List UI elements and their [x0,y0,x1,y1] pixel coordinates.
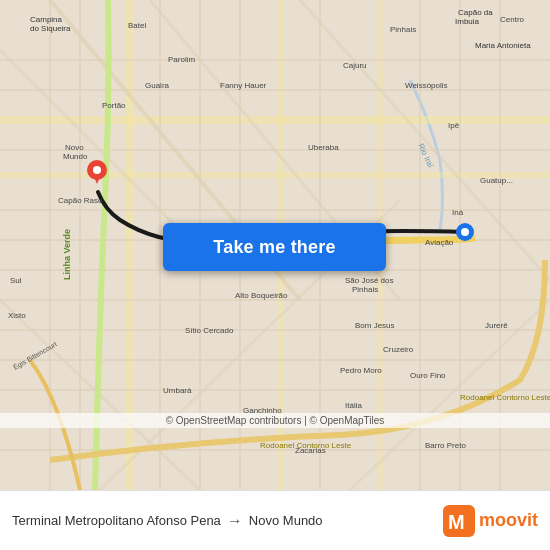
svg-text:Cajuru: Cajuru [343,61,367,70]
svg-text:do Siqueira: do Siqueira [30,24,71,33]
svg-text:Pinhais: Pinhais [390,25,416,34]
svg-text:Imbuia: Imbuia [455,17,480,26]
svg-text:Uberaba: Uberaba [308,143,339,152]
svg-text:Cruzeiro: Cruzeiro [383,345,414,354]
svg-text:Barro Preto: Barro Preto [425,441,466,450]
svg-text:Batel: Batel [128,21,146,30]
svg-text:Iná: Iná [452,208,464,217]
svg-text:São José dos: São José dos [345,276,393,285]
svg-text:Weissópolis: Weissópolis [405,81,448,90]
svg-text:Bom Jesus: Bom Jesus [355,321,395,330]
svg-text:Maria Antonieta: Maria Antonieta [475,41,531,50]
route-info: Terminal Metropolitano Afonso Pena → Nov… [12,512,443,530]
svg-text:Novo: Novo [65,143,84,152]
svg-text:Jurerê: Jurerê [485,321,508,330]
svg-text:Pedro Moro: Pedro Moro [340,366,382,375]
svg-text:Capão Raso: Capão Raso [58,196,103,205]
moovit-text: moovit [479,510,538,531]
svg-point-82 [461,228,469,236]
svg-text:Pinhais: Pinhais [352,285,378,294]
arrow-icon: → [227,512,243,530]
from-label: Terminal Metropolitano Afonso Pena [12,513,221,528]
svg-text:Umbará: Umbará [163,386,192,395]
svg-text:Rodoanel Contorno Leste: Rodoanel Contorno Leste [460,393,550,402]
svg-text:Guatup...: Guatup... [480,176,513,185]
svg-text:Parolim: Parolim [168,55,195,64]
svg-text:Gualra: Gualra [145,81,170,90]
svg-text:Sítio Cercado: Sítio Cercado [185,326,234,335]
svg-text:Linha Verde: Linha Verde [62,229,72,280]
svg-point-80 [93,166,101,174]
svg-text:Xisto: Xisto [8,311,26,320]
svg-text:Fanny Hauer: Fanny Hauer [220,81,267,90]
map-container: Linha Verde Rodoanel Contorno Leste Rodo… [0,0,550,490]
to-label: Novo Mundo [249,513,323,528]
svg-text:Itália: Itália [345,401,362,410]
svg-text:Alto Boqueirão: Alto Boqueirão [235,291,288,300]
svg-text:Centro: Centro [500,15,525,24]
take-me-there-button[interactable]: Take me there [163,223,386,271]
svg-text:Ouro Fino: Ouro Fino [410,371,446,380]
svg-text:Aviação: Aviação [425,238,454,247]
svg-text:Campina: Campina [30,15,63,24]
svg-text:Portão: Portão [102,101,126,110]
moovit-logo: M moovit [443,505,538,537]
svg-text:Sul: Sul [10,276,22,285]
svg-text:Mundo: Mundo [63,152,88,161]
svg-text:Capão da: Capão da [458,8,493,17]
svg-text:Zacarias: Zacarias [295,446,326,455]
moovit-icon-svg: M [443,505,475,537]
svg-text:M: M [448,511,465,533]
bottom-bar: Terminal Metropolitano Afonso Pena → Nov… [0,490,550,550]
svg-text:Ipê: Ipê [448,121,460,130]
attribution: © OpenStreetMap contributors | © OpenMap… [0,413,550,428]
